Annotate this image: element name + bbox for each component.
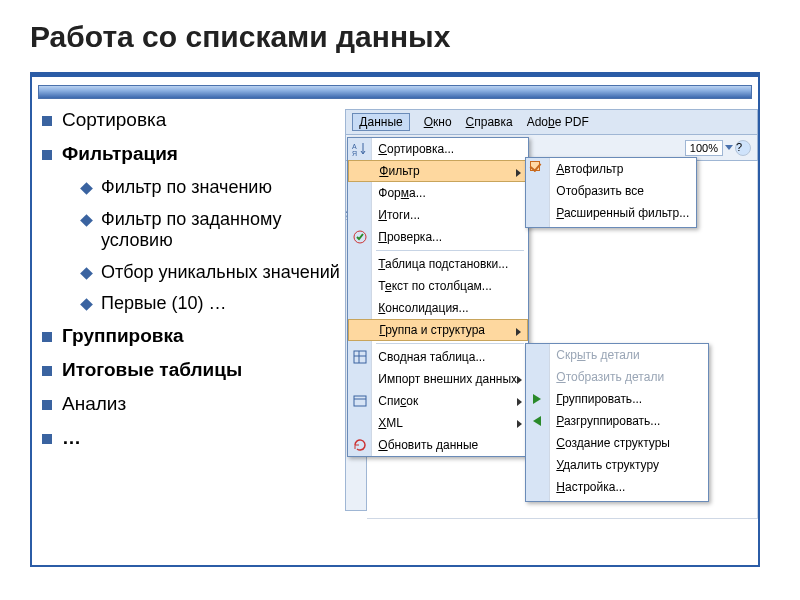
bullet-label: Отбор уникальных значений <box>101 262 340 284</box>
menu-item-validation[interactable]: Проверка... <box>348 226 528 248</box>
frame-inner-band <box>38 85 752 99</box>
list-icon <box>352 393 368 409</box>
submenu-arrow-icon <box>516 328 521 336</box>
menu-item-import[interactable]: Импорт внешних данных <box>348 368 528 390</box>
menu-item-xml[interactable]: XML <box>348 412 528 434</box>
submenu-item-group[interactable]: Группировать... <box>526 388 708 410</box>
submenu-item-auto-outline[interactable]: Создание структуры <box>526 432 708 454</box>
excel-screenshot: Данные Окно Справка Adobe PDF 100% ? <box>345 109 758 519</box>
submenu-item-advanced[interactable]: Расширенный фильтр... <box>526 202 696 224</box>
slide: Работа со списками данных Сортировка Фил… <box>0 0 800 600</box>
bullet-totals: Итоговые таблицы <box>42 359 341 381</box>
bullet-square-icon <box>42 150 52 160</box>
submenu-item-hide-detail[interactable]: Скрыть детали <box>526 344 708 366</box>
bullet-label: Сортировка <box>62 109 166 131</box>
submenu-item-ungroup[interactable]: Разгруппировать... <box>526 410 708 432</box>
bullet-square-icon <box>42 332 52 342</box>
bullet-label: Первые (10) … <box>101 293 226 315</box>
zoom-value[interactable]: 100% <box>685 140 723 156</box>
refresh-icon <box>352 437 368 453</box>
bullet-grouping: Группировка <box>42 325 341 347</box>
content-row: Сортировка Фильтрация Фильтр по значению… <box>32 109 758 519</box>
data-menu[interactable]: AЯСортировка... Фильтр Форма... Итоги...… <box>347 137 529 457</box>
menubar[interactable]: Данные Окно Справка Adobe PDF <box>345 109 758 135</box>
menu-data[interactable]: Данные <box>352 113 409 131</box>
menu-item-consolidate[interactable]: Консолидация... <box>348 297 528 319</box>
bullet-label: Анализ <box>62 393 126 415</box>
bullet-filter-cond: Фильтр по заданному условию <box>82 209 341 252</box>
bullet-sort: Сортировка <box>42 109 341 131</box>
filter-submenu[interactable]: Автофильтр Отобразить все Расширенный фи… <box>525 157 697 228</box>
chevron-down-icon[interactable] <box>725 145 733 150</box>
content-frame: Сортировка Фильтрация Фильтр по значению… <box>30 72 760 567</box>
submenu-item-show-detail[interactable]: Отобразить детали <box>526 366 708 388</box>
menu-item-text-to-cols[interactable]: Текст по столбцам... <box>348 275 528 297</box>
arrow-right-icon <box>530 391 546 407</box>
bullet-diamond-icon <box>80 214 93 227</box>
pivot-icon <box>352 349 368 365</box>
submenu-item-autofilter[interactable]: Автофильтр <box>526 158 696 180</box>
bullet-square-icon <box>42 400 52 410</box>
bullet-square-icon <box>42 116 52 126</box>
menu-item-list[interactable]: Список <box>348 390 528 412</box>
zoom-control[interactable]: 100% ? <box>685 140 751 156</box>
bullet-square-icon <box>42 434 52 444</box>
menu-item-table[interactable]: Таблица подстановки... <box>348 253 528 275</box>
menu-help[interactable]: Справка <box>466 115 513 129</box>
bullet-label: Фильтр по значению <box>101 177 272 199</box>
submenu-arrow-icon <box>517 376 522 384</box>
bullet-label: Итоговые таблицы <box>62 359 242 381</box>
frame-body: Сортировка Фильтрация Фильтр по значению… <box>30 77 760 567</box>
help-icon[interactable]: ? <box>735 140 751 156</box>
menu-item-pivot[interactable]: Сводная таблица... <box>348 346 528 368</box>
menu-item-form[interactable]: Форма... <box>348 182 528 204</box>
bullet-filter-unique: Отбор уникальных значений <box>82 262 341 284</box>
bullet-label: Группировка <box>62 325 184 347</box>
submenu-arrow-icon <box>517 398 522 406</box>
checked-icon <box>530 161 546 177</box>
menu-item-sort[interactable]: AЯСортировка... <box>348 138 528 160</box>
menu-window[interactable]: Окно <box>424 115 452 129</box>
submenu-item-settings[interactable]: Настройка... <box>526 476 708 498</box>
menu-separator <box>376 250 524 251</box>
bullet-analysis: Анализ <box>42 393 341 415</box>
group-submenu[interactable]: Скрыть детали Отобразить детали Группиро… <box>525 343 709 502</box>
svg-text:A: A <box>352 143 357 150</box>
sort-az-icon: AЯ <box>352 141 368 157</box>
submenu-item-clear-outline[interactable]: Удалить структуру <box>526 454 708 476</box>
bullet-diamond-icon <box>80 267 93 280</box>
menu-item-filter[interactable]: Фильтр <box>348 160 528 182</box>
bullet-label: Фильтр по заданному условию <box>101 209 341 252</box>
submenu-arrow-icon <box>516 169 521 177</box>
menu-item-subtotals[interactable]: Итоги... <box>348 204 528 226</box>
slide-title: Работа со списками данных <box>30 20 770 54</box>
bullet-label: Фильтрация <box>62 143 178 165</box>
submenu-item-show-all[interactable]: Отобразить все <box>526 180 696 202</box>
arrow-left-icon <box>530 413 546 429</box>
bullet-filter: Фильтрация <box>42 143 341 165</box>
svg-text:Я: Я <box>352 150 357 157</box>
menu-adobe-pdf[interactable]: Adobe PDF <box>527 115 589 129</box>
submenu-arrow-icon <box>517 420 522 428</box>
svg-rect-5 <box>354 351 366 363</box>
bullet-diamond-icon <box>80 299 93 312</box>
bullet-more: … <box>42 427 341 449</box>
check-icon <box>352 229 368 245</box>
menu-separator <box>376 343 524 344</box>
menu-item-refresh[interactable]: Обновить данные <box>348 434 528 456</box>
bullet-square-icon <box>42 366 52 376</box>
menu-item-group-outline[interactable]: Группа и структура <box>348 319 528 341</box>
bullet-label: … <box>62 427 81 449</box>
bullets-column: Сортировка Фильтрация Фильтр по значению… <box>32 109 345 519</box>
bullet-filter-top10: Первые (10) … <box>82 293 341 315</box>
bullet-filter-value: Фильтр по значению <box>82 177 341 199</box>
bullet-diamond-icon <box>80 182 93 195</box>
svg-rect-8 <box>354 396 366 406</box>
